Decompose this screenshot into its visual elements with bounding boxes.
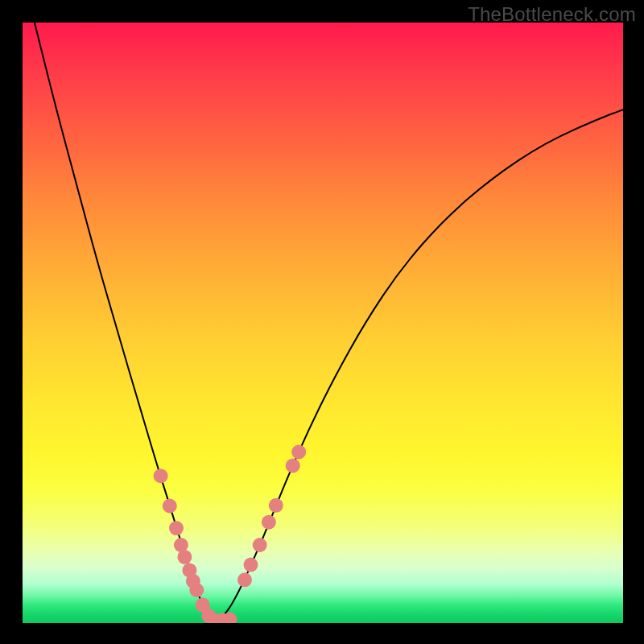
- data-marker: [262, 515, 276, 530]
- data-marker: [163, 499, 177, 514]
- bottleneck-chart: [23, 23, 623, 623]
- bottleneck-curve: [35, 23, 623, 620]
- data-marker: [244, 558, 258, 572]
- data-marker: [154, 469, 168, 483]
- data-marker: [286, 459, 300, 473]
- chart-area: [23, 23, 623, 623]
- marker-group: [154, 444, 307, 623]
- data-marker: [237, 572, 252, 587]
- data-marker: [189, 583, 204, 597]
- data-marker: [291, 444, 306, 459]
- data-marker: [253, 538, 267, 552]
- data-marker: [269, 498, 283, 513]
- data-marker: [169, 521, 184, 535]
- data-marker: [177, 550, 192, 564]
